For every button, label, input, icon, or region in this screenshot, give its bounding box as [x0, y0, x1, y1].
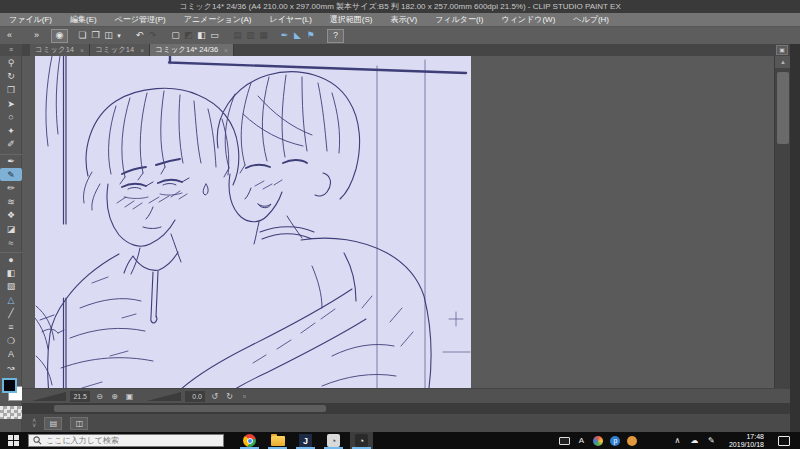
taskbar-chrome[interactable] — [238, 432, 261, 449]
hidden-icons-chevron-icon[interactable]: ∧ — [672, 434, 683, 447]
object-tool-icon[interactable]: ➤ — [0, 97, 22, 111]
liquify-tool-icon[interactable]: ● — [0, 252, 22, 266]
scroll-up-icon[interactable]: ▲ — [775, 56, 791, 68]
airbrush-tool-icon[interactable]: ≋ — [0, 195, 22, 209]
tab-close-icon[interactable]: × — [224, 47, 228, 54]
rotate-cw-icon[interactable]: ↻ — [224, 391, 235, 402]
vertical-scrollbar[interactable]: ▲ — [774, 56, 790, 388]
snap-grid-icon[interactable]: ⚑ — [304, 29, 317, 42]
rotate-tool-icon[interactable]: ↻ — [0, 70, 22, 84]
zoom-tool-icon[interactable]: ⚲ — [0, 56, 22, 70]
clip-studio-home-icon[interactable]: ◉ — [51, 29, 68, 43]
nav-forward-icon[interactable]: » — [30, 29, 43, 42]
reset-view-icon[interactable]: ▫ — [239, 391, 250, 402]
text-tool-icon[interactable]: A — [0, 347, 22, 361]
save-file-icon[interactable]: ◫ — [102, 29, 115, 42]
new-file-icon[interactable]: ❏ — [76, 29, 89, 42]
invert-selection-icon[interactable]: ◩ — [182, 29, 195, 42]
undo-icon[interactable]: ↶ — [133, 29, 146, 42]
view-mode-icon[interactable]: ◫ — [70, 417, 88, 430]
fill-tool-icon[interactable]: ◧ — [0, 266, 22, 280]
zoom-slider[interactable] — [32, 392, 66, 401]
fill-selection-icon[interactable]: ◧ — [195, 29, 208, 42]
menu-window[interactable]: ウィンドウ(W) — [492, 14, 564, 25]
menu-selection[interactable]: 選択範囲(S) — [321, 14, 382, 25]
tray-ime-icon[interactable]: A — [576, 434, 587, 447]
line-tool-icon[interactable]: ╱ — [0, 307, 22, 321]
save-menu-icon[interactable]: ▾ — [115, 29, 123, 42]
snap-special-ruler-icon[interactable]: ◣ — [291, 29, 304, 42]
menu-file[interactable]: ファイル(F) — [0, 14, 61, 25]
tray-messenger-icon[interactable]: p — [610, 434, 621, 447]
help-icon[interactable]: ? — [327, 29, 344, 43]
menu-filter[interactable]: フィルター(I) — [426, 14, 492, 25]
lasso-tool-icon[interactable]: ○ — [0, 110, 22, 124]
transparent-color-swatch[interactable] — [0, 406, 22, 419]
tab-close-icon[interactable]: × — [140, 47, 144, 54]
saturated-lines-tool-icon[interactable]: ≡ — [0, 320, 22, 334]
document-tab-2[interactable]: コミック14 × — [90, 44, 150, 56]
auto-select-tool-icon[interactable]: ✦ — [0, 124, 22, 138]
palette-collapse-icons[interactable]: ∧ ∨ — [32, 418, 36, 428]
canvas-artwork[interactable] — [22, 56, 774, 388]
tab-list-icon[interactable]: ▣ — [776, 45, 788, 55]
decoration-tool-icon[interactable]: ❖ — [0, 209, 22, 223]
eyedropper-tool-icon[interactable]: ✐ — [0, 138, 22, 152]
menu-edit[interactable]: 編集(E) — [61, 14, 106, 25]
horizontal-scrollbar[interactable] — [22, 403, 790, 414]
menu-page-manage[interactable]: ページ管理(P) — [106, 14, 175, 25]
search-input[interactable] — [46, 436, 206, 445]
zoom-value[interactable]: 21.5 — [70, 391, 90, 402]
fit-to-screen-icon[interactable]: ▣ — [124, 391, 135, 402]
panel-toggle-icon[interactable]: ▤ — [44, 417, 62, 430]
tab-close-icon[interactable]: × — [80, 47, 84, 54]
zoom-in-icon[interactable]: ⊕ — [109, 391, 120, 402]
blend-tool-icon[interactable]: ≈ — [0, 236, 22, 250]
deselect-icon[interactable]: ▢ — [169, 29, 182, 42]
pencil-tool-icon[interactable]: ✎ — [0, 168, 22, 182]
line-correction-tool-icon[interactable]: ↝ — [0, 361, 22, 375]
layer-op-3-icon[interactable]: ▦ — [257, 29, 270, 42]
action-center-icon[interactable] — [778, 436, 790, 446]
redo-icon[interactable]: ↷ — [146, 29, 159, 42]
canvas-viewport[interactable] — [22, 56, 774, 388]
tray-display-icon[interactable] — [559, 434, 570, 447]
collapse-down-icon[interactable]: ∨ — [32, 423, 36, 428]
snap-ruler-icon[interactable]: ✒ — [278, 29, 291, 42]
move-tool-icon[interactable]: ❐ — [0, 83, 22, 97]
pen-settings-icon[interactable]: ✎ — [706, 434, 717, 447]
menu-layer[interactable]: レイヤー(L) — [260, 14, 320, 25]
onedrive-cloud-icon[interactable]: ☁ — [689, 434, 700, 447]
rotation-slider[interactable] — [147, 392, 181, 401]
tray-utility-icon[interactable] — [627, 434, 638, 447]
menu-view[interactable]: 表示(V) — [382, 14, 427, 25]
transform-icon[interactable]: ▭ — [208, 29, 221, 42]
tray-color-app-icon[interactable] — [593, 434, 604, 447]
figure-tool-icon[interactable]: △ — [0, 293, 22, 307]
open-file-icon[interactable]: ❒ — [89, 29, 102, 42]
horizontal-scrollbar-thumb[interactable] — [54, 405, 326, 412]
palette-menu-icon[interactable]: ≡ — [0, 44, 22, 56]
layer-op-2-icon[interactable]: ▥ — [244, 29, 257, 42]
balloon-tool-icon[interactable]: ❍ — [0, 334, 22, 348]
menu-help[interactable]: ヘルプ(H) — [564, 14, 618, 25]
document-tab-1[interactable]: コミック14 × — [30, 44, 90, 56]
rotate-ccw-icon[interactable]: ↺ — [209, 391, 220, 402]
taskbar-search[interactable] — [28, 434, 224, 447]
rotation-value[interactable]: 0.0 — [185, 391, 205, 402]
document-tab-active[interactable]: コミック14* 24/36 × — [150, 44, 234, 56]
taskbar-clip-studio-paint[interactable]: ◔ — [350, 432, 373, 449]
zoom-out-icon[interactable]: ⊖ — [94, 391, 105, 402]
pen-tool-icon[interactable]: ✒ — [0, 154, 22, 168]
start-button[interactable] — [0, 432, 26, 449]
taskbar-file-explorer[interactable] — [266, 432, 289, 449]
taskbar-app-j[interactable]: J — [294, 432, 317, 449]
brush-tool-icon[interactable]: ✏ — [0, 181, 22, 195]
eraser-tool-icon[interactable]: ◪ — [0, 222, 22, 236]
layer-op-1-icon[interactable]: ▤ — [231, 29, 244, 42]
foreground-color-swatch[interactable] — [2, 378, 17, 393]
taskbar-clip-studio[interactable]: ◔ — [322, 432, 345, 449]
menu-animation[interactable]: アニメーション(A) — [175, 14, 261, 25]
nav-back-icon[interactable]: « — [3, 29, 16, 42]
vertical-scrollbar-thumb[interactable] — [777, 72, 789, 144]
